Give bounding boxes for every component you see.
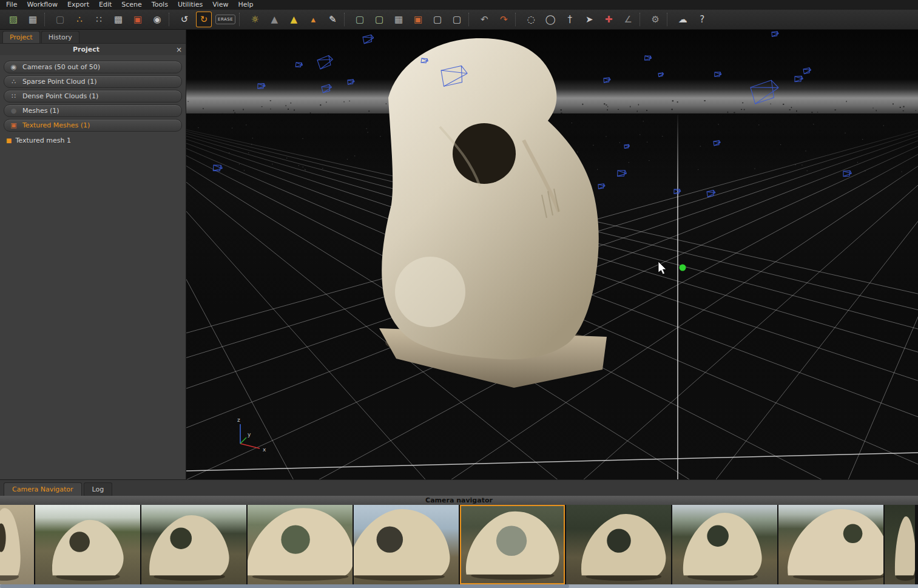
menu-item-edit[interactable]: Edit [94,0,116,10]
camera-thumbnail[interactable] [248,505,353,584]
camera-frustum-icon[interactable] [295,62,303,68]
camera-frustum-icon[interactable] [803,67,811,73]
camera-frustum-icon[interactable] [750,79,781,104]
cameras-item[interactable]: ◉Cameras (50 out of 50) [4,61,182,73]
new-project-icon[interactable]: ▨ [5,12,21,27]
menu-item-export[interactable]: Export [62,0,94,10]
project-panel-title-bar: Project × [0,44,186,55]
rotate-view-icon[interactable]: ↺ [177,12,192,27]
orbit-mode-icon[interactable]: ↻ [196,12,212,27]
camera-cone-yellow-icon[interactable]: ▲ [286,12,302,27]
import-photos-icon[interactable]: ▢ [52,12,68,27]
measure-icon[interactable]: ∠ [620,12,636,27]
cloud-export-icon[interactable]: ☁ [675,12,690,27]
menu-item-utilities[interactable]: Utilities [173,0,208,10]
textured-meshes-item-label: Textured Meshes (1) [22,121,90,129]
toolbar: ▨▦▢∴∷▩▣◉↺↻ERASE☼▲▲▴✎▢▢▦▣▢▢↶↷◌◯†➤✚∠⚙☁? [0,10,918,30]
meshes-item[interactable]: ●Meshes (1) [4,104,182,117]
undo-icon[interactable]: ↶ [476,12,492,27]
camera-frustum-icon[interactable] [257,83,265,89]
thumbnail-strip [0,505,918,584]
brush-icon[interactable]: ✎ [325,12,340,27]
dense-point-clouds-item[interactable]: ∷Dense Point Clouds (1) [4,90,182,103]
menu-item-help[interactable]: Help [233,0,258,10]
axis-gizmo: z y x [237,417,266,453]
toolbar-separator [468,13,473,26]
left-panel: Project History Project × ◉Cameras (50 o… [0,30,186,479]
lighting-icon[interactable]: ☼ [247,12,263,27]
textured-mesh-icon[interactable]: ▣ [130,12,146,27]
camera-frustum-icon[interactable] [658,72,664,76]
tab-project[interactable]: Project [2,31,40,43]
camera-thumbnail[interactable] [0,505,34,584]
sparse-cloud-icon[interactable]: ∴ [72,12,87,27]
textured-mesh-bullet-icon: ■ [6,137,12,144]
bottom-tabs: Camera Navigator Log [0,479,918,496]
menu-item-tools[interactable]: Tools [147,0,173,10]
sculpture-mesh[interactable] [379,38,607,388]
camera-thumbnail[interactable] [778,505,883,584]
control-point-icon[interactable]: † [562,12,578,27]
help-icon[interactable]: ? [694,12,710,27]
meshes-item-label: Meshes (1) [22,107,59,115]
select-dense-icon[interactable]: ▢ [371,12,387,27]
textured-meshes-item[interactable]: ▣Textured Meshes (1) [4,119,182,132]
menu-item-workflow[interactable]: Workflow [22,0,62,10]
project-panel-title: Project [0,46,172,53]
menu-item-file[interactable]: File [1,0,22,10]
select-points-icon[interactable]: ▢ [352,12,368,27]
bounding-box-icon[interactable]: ▦ [391,12,407,27]
lasso-select-icon[interactable]: ◌ [523,12,539,27]
tab-log[interactable]: Log [84,482,113,496]
toolbar-separator [44,13,49,26]
camera-frustum-icon[interactable] [714,72,721,77]
tree-item-textured-mesh-1[interactable]: ■ Textured mesh 1 [0,133,186,144]
camera-frustum-icon[interactable] [772,32,778,36]
camera-frustum-icon[interactable] [322,84,332,93]
selected-point-marker[interactable] [680,265,686,271]
marquee-select-icon[interactable]: ▢ [430,12,445,27]
main-area: Project History Project × ◉Cameras (50 o… [0,30,918,479]
viewport-3d[interactable]: z y x [186,30,918,479]
dense-cloud-icon[interactable]: ∷ [91,12,107,27]
camera-frustum-icon[interactable] [348,79,354,84]
gizmo-icon[interactable]: ✚ [601,12,616,27]
camera-frustum-icon[interactable] [644,55,652,61]
camera-thumbnail[interactable] [35,505,140,584]
mesh-extraction-icon[interactable]: ▩ [110,12,126,27]
scrollbar-handle[interactable] [0,584,569,588]
thumbnail-scrollbar[interactable] [0,584,918,588]
camera-frustum-icon[interactable] [363,35,374,44]
sparse-point-cloud-item-label: Sparse Point Cloud (1) [22,78,97,86]
camera-icon[interactable]: ◉ [149,12,165,27]
textured-meshes-item-icon: ▣ [10,121,18,129]
save-project-icon[interactable]: ▦ [25,12,41,27]
move-object-icon[interactable]: ➤ [581,12,597,27]
camera-frustum-icon[interactable] [604,78,610,83]
camera-frustum-icon[interactable] [794,76,803,83]
camera-frustum-icon[interactable] [317,55,334,69]
camera-thumbnail[interactable] [460,505,565,584]
colored-box-icon[interactable]: ▣ [410,12,426,27]
panel-close-button[interactable]: × [172,46,186,54]
toolbar-separator [640,13,644,26]
ellipse-select-icon[interactable]: ◯ [542,12,558,27]
camera-thumbnail[interactable] [672,505,777,584]
camera-thumbnail[interactable] [354,505,459,584]
tab-camera-navigator[interactable]: Camera Navigator [4,482,82,496]
redo-icon[interactable]: ↷ [496,12,511,27]
camera-cone-gray-icon[interactable]: ▲ [266,12,282,27]
marquee-select-2-icon[interactable]: ▢ [449,12,465,27]
menu-item-scene[interactable]: Scene [116,0,147,10]
plugin-icon[interactable]: ⚙ [647,12,663,27]
sparse-point-cloud-item[interactable]: ∴Sparse Point Cloud (1) [4,75,182,88]
toolbar-separator [344,13,348,26]
erase-mode-button[interactable]: ERASE [215,15,235,24]
camera-thumbnail[interactable] [141,505,246,584]
menu-item-view[interactable]: View [208,0,233,10]
axis-x-label: x [263,447,266,453]
tab-history[interactable]: History [41,31,79,43]
camera-thumbnail[interactable] [566,505,671,584]
camera-cone-small-icon[interactable]: ▴ [305,12,321,27]
camera-thumbnail[interactable] [885,505,915,584]
